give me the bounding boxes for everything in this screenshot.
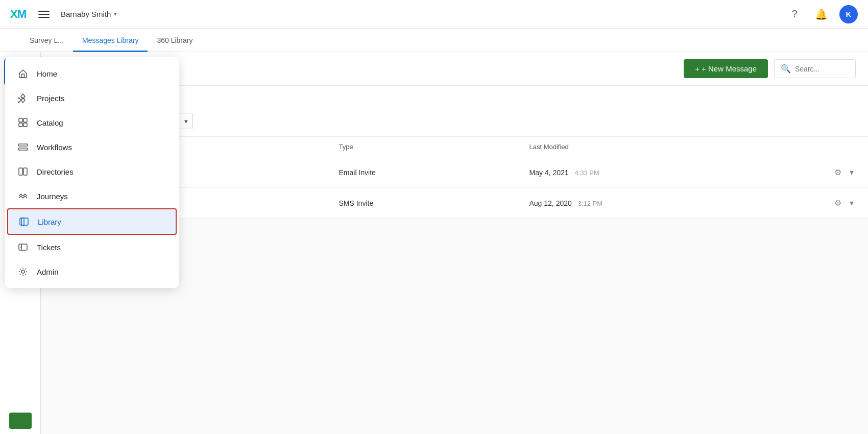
col-header-last-modified: Last Modified xyxy=(529,143,815,151)
workflows-icon xyxy=(17,141,29,153)
row1-type: Email Invite xyxy=(339,168,529,177)
row2-last-modified: Aug 12, 2020 3:12 PM xyxy=(529,199,815,207)
help-button[interactable]: ? xyxy=(786,6,803,22)
col-header-type: Type xyxy=(339,143,529,151)
menu-item-directories[interactable]: Directories xyxy=(5,159,179,184)
svg-rect-6 xyxy=(22,74,25,78)
plus-icon: + xyxy=(695,64,700,73)
top-navigation: XM Barnaby Smith ▾ ? 🔔 K xyxy=(0,0,868,29)
col-header-actions xyxy=(815,143,856,151)
notifications-button[interactable]: 🔔 xyxy=(813,6,829,22)
row1-expand-button[interactable]: ▾ xyxy=(848,165,856,179)
user-avatar-button[interactable]: K xyxy=(839,5,858,23)
menu-item-tickets[interactable]: Tickets xyxy=(5,235,179,259)
directories-icon xyxy=(17,166,29,177)
tab-survey-library[interactable]: Survey L... xyxy=(20,30,73,52)
menu-item-catalog[interactable]: Catalog xyxy=(5,110,179,135)
svg-rect-26 xyxy=(19,244,27,250)
search-icon: 🔍 xyxy=(781,64,791,74)
row2-expand-button[interactable]: ▾ xyxy=(848,196,856,210)
hamburger-menu-button[interactable] xyxy=(35,8,53,21)
row1-last-modified: May 4, 2021 4:33 PM xyxy=(529,168,815,177)
row2-settings-button[interactable]: ⚙ xyxy=(832,196,843,210)
user-menu-chevron: ▾ xyxy=(114,11,117,17)
menu-item-admin[interactable]: Admin xyxy=(5,259,179,284)
menu-item-projects[interactable]: Projects xyxy=(5,86,179,110)
catalog-icon xyxy=(17,117,29,128)
menu-item-home[interactable]: Home xyxy=(5,61,179,86)
search-box: 🔍 xyxy=(774,59,856,78)
menu-item-journeys[interactable]: Journeys xyxy=(5,184,179,208)
search-input[interactable] xyxy=(795,65,849,73)
nav-right-actions: ? 🔔 K xyxy=(786,5,858,23)
tickets-icon xyxy=(17,242,29,253)
xm-logo: XM xyxy=(10,8,26,21)
svg-marker-7 xyxy=(21,94,25,99)
svg-rect-16 xyxy=(19,168,22,175)
menu-item-library[interactable]: Library xyxy=(7,208,177,235)
svg-rect-10 xyxy=(19,118,22,122)
journeys-icon xyxy=(17,190,29,202)
svg-point-27 xyxy=(21,270,25,273)
svg-rect-11 xyxy=(23,118,27,122)
svg-rect-14 xyxy=(18,144,28,146)
row2-actions: ⚙ ▾ xyxy=(815,196,856,210)
navigation-dropdown-menu: Home Projects Cat xyxy=(5,57,179,288)
user-name-display: Barnaby Smith ▾ xyxy=(61,10,117,18)
new-message-button[interactable]: + + New Message xyxy=(684,59,768,78)
home-icon xyxy=(17,68,29,79)
tab-messages-library[interactable]: Messages Library xyxy=(73,30,148,52)
svg-rect-25 xyxy=(21,218,24,225)
sidebar-item-green[interactable] xyxy=(0,407,40,434)
row1-actions: ⚙ ▾ xyxy=(815,165,856,179)
library-icon xyxy=(18,216,30,227)
main-area: All Unc... + + New Message 🔍 lders M xyxy=(0,52,868,434)
svg-rect-17 xyxy=(23,168,27,175)
svg-rect-13 xyxy=(23,123,27,127)
svg-marker-9 xyxy=(18,98,21,103)
menu-item-workflows[interactable]: Workflows xyxy=(5,135,179,159)
svg-rect-15 xyxy=(18,148,28,150)
row2-type: SMS Invite xyxy=(339,199,529,207)
svg-rect-12 xyxy=(19,123,22,127)
sub-navigation: Survey L... Messages Library 360 Library xyxy=(0,29,868,52)
projects-icon xyxy=(17,92,29,104)
admin-icon xyxy=(17,266,29,277)
svg-marker-8 xyxy=(21,98,25,103)
tab-360-library[interactable]: 360 Library xyxy=(148,30,202,52)
row1-settings-button[interactable]: ⚙ xyxy=(832,165,843,179)
